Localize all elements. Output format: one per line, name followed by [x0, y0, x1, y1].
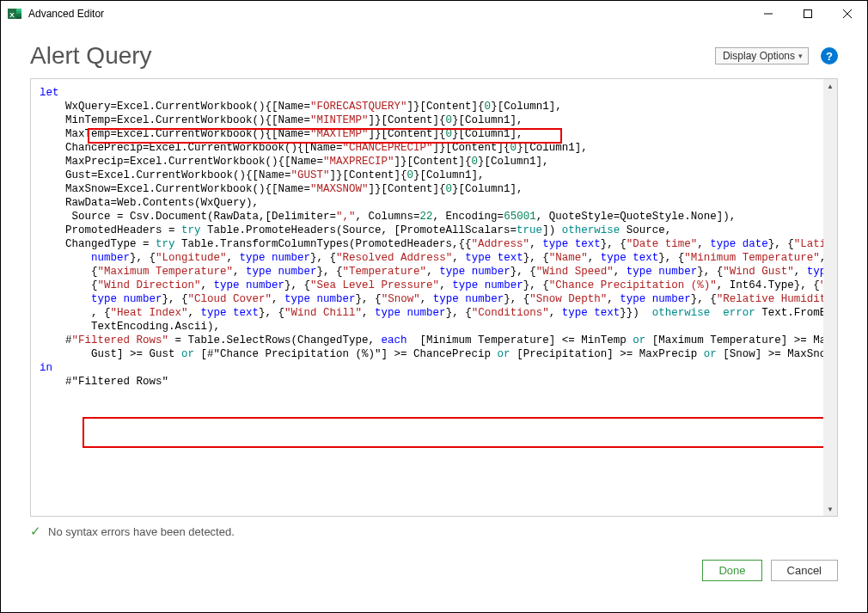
cancel-button[interactable]: Cancel — [771, 560, 838, 581]
svg-rect-7 — [804, 10, 812, 18]
scroll-down-icon[interactable]: ▼ — [823, 502, 837, 516]
svg-rect-2 — [16, 11, 21, 14]
done-button[interactable]: Done — [702, 560, 761, 581]
code-editor[interactable]: let WxQuery=Excel.CurrentWorkbook(){[Nam… — [30, 78, 838, 517]
highlight-box-2 — [83, 417, 838, 448]
chevron-down-icon: ▾ — [798, 52, 803, 60]
titlebar: X Advanced Editor — [1, 1, 867, 27]
scroll-track[interactable] — [823, 93, 837, 502]
scroll-up-icon[interactable]: ▲ — [823, 79, 837, 93]
check-icon: ✓ — [30, 524, 41, 539]
header: Alert Query Display Options ▾ ? — [1, 27, 867, 78]
close-button[interactable] — [828, 1, 867, 27]
maximize-button[interactable] — [788, 1, 828, 27]
code-content[interactable]: let WxQuery=Excel.CurrentWorkbook(){[Nam… — [31, 79, 837, 395]
status-bar: ✓ No syntax errors have been detected. — [30, 524, 838, 539]
window-title: Advanced Editor — [28, 8, 104, 20]
svg-rect-1 — [16, 9, 21, 11]
svg-text:X: X — [9, 11, 15, 19]
window-controls — [749, 1, 867, 27]
dialog-buttons: Done Cancel — [1, 560, 838, 581]
help-icon[interactable]: ? — [821, 47, 838, 64]
vertical-scrollbar[interactable]: ▲ ▼ — [823, 79, 837, 516]
excel-icon: X — [8, 7, 21, 21]
display-options-dropdown[interactable]: Display Options ▾ — [715, 47, 809, 64]
status-message: No syntax errors have been detected. — [48, 525, 235, 538]
minimize-button[interactable] — [749, 1, 788, 27]
svg-rect-3 — [16, 14, 21, 16]
svg-rect-4 — [16, 16, 21, 19]
display-options-label: Display Options — [723, 50, 795, 62]
page-title: Alert Query — [30, 42, 152, 70]
